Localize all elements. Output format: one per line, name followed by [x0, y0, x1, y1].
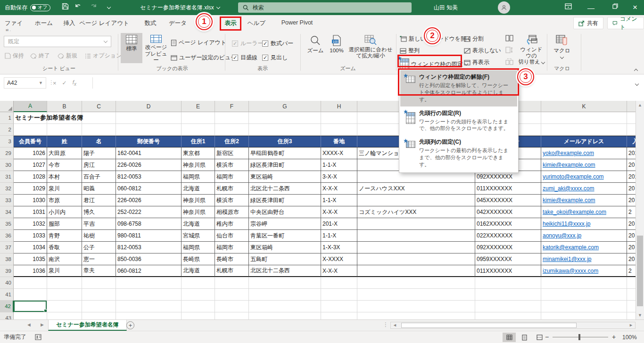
- cell[interactable]: [357, 242, 475, 253]
- row-header-34[interactable]: 34: [0, 206, 14, 218]
- cell[interactable]: 札幌市: [215, 183, 249, 195]
- zoom-level[interactable]: 100%: [622, 334, 637, 341]
- cell[interactable]: 祐樹: [82, 230, 116, 242]
- insert-function-icon[interactable]: fx: [73, 79, 76, 87]
- cell[interactable]: 東京都: [182, 147, 215, 159]
- cell[interactable]: 北区北十二条西: [249, 183, 321, 195]
- cell[interactable]: 060-0812: [116, 265, 182, 277]
- zoom-out-button[interactable]: −: [545, 333, 549, 341]
- cell[interactable]: [321, 301, 357, 312]
- row-header-42[interactable]: 42: [0, 301, 14, 312]
- scroll-up-arrow[interactable]: ▲: [636, 103, 644, 107]
- table-header-cell[interactable]: 住所2: [215, 136, 249, 147]
- cell[interactable]: ノースハウスXXX: [357, 183, 475, 195]
- cell[interactable]: X-X-X: [321, 206, 357, 218]
- table-header-cell[interactable]: 郵便番号: [116, 136, 182, 147]
- email-link[interactable]: kimie@example.com: [541, 195, 627, 206]
- cell[interactable]: [47, 301, 82, 312]
- cell[interactable]: 小川内: [47, 206, 82, 218]
- workbook-filename[interactable]: セミナー参加希望者名簿.xlsx: [140, 0, 220, 15]
- selected-cell-A42[interactable]: [14, 301, 47, 312]
- cell[interactable]: 201: [627, 147, 636, 159]
- table-header-cell[interactable]: 番地: [321, 136, 357, 147]
- cell[interactable]: 泉川: [47, 265, 82, 277]
- cell[interactable]: XXXX-X: [321, 147, 357, 159]
- user-name[interactable]: 山田 知美: [434, 0, 458, 15]
- cell[interactable]: 房江: [82, 159, 116, 171]
- cell[interactable]: [182, 124, 215, 136]
- cell[interactable]: 長崎市: [215, 253, 249, 265]
- cell[interactable]: [116, 312, 182, 319]
- cell[interactable]: [357, 218, 475, 230]
- cell[interactable]: 陽子: [82, 147, 116, 159]
- table-header-cell[interactable]: メールアドレス: [541, 136, 627, 147]
- row-header-38[interactable]: 38: [0, 253, 14, 265]
- cell[interactable]: 1-1-X: [321, 195, 357, 206]
- spreadsheet-grid[interactable]: ABCDEFGHIJKL 1セミナー参加希望者名簿23会員番号姓名郵便番号住所1…: [0, 101, 636, 319]
- cell[interactable]: コズミックハイツXXX: [357, 206, 475, 218]
- cell[interactable]: [82, 124, 116, 136]
- macros-button[interactable]: マクロ: [551, 33, 573, 66]
- cell[interactable]: 1036: [14, 265, 47, 277]
- tab-scrollbar-divider[interactable]: ⋮: [383, 321, 388, 328]
- comments-button[interactable]: コメント: [607, 17, 644, 29]
- view-side-by-side-icon[interactable]: [505, 35, 513, 41]
- cell[interactable]: 百合子: [82, 171, 116, 183]
- headings-checkbox[interactable]: ✓見出し: [262, 54, 288, 62]
- cell[interactable]: 早稲田鶴巻町: [249, 147, 321, 159]
- select-all-corner[interactable]: [0, 101, 14, 112]
- cell[interactable]: 812-0053: [116, 171, 182, 183]
- cell[interactable]: [475, 289, 541, 301]
- cell[interactable]: 仙台市: [215, 230, 249, 242]
- row-header-36[interactable]: 36: [0, 230, 14, 242]
- cell[interactable]: 横浜市: [215, 195, 249, 206]
- name-box[interactable]: A42▼: [4, 77, 46, 89]
- table-header-cell[interactable]: 会員番号: [14, 136, 47, 147]
- sheet-nav-right-arrow[interactable]: ►: [40, 322, 45, 327]
- cell[interactable]: [627, 312, 636, 319]
- cell[interactable]: 新宿区: [215, 147, 249, 159]
- normal-view-button[interactable]: 標準: [121, 33, 142, 63]
- page-break-statusbar-button[interactable]: [533, 333, 546, 342]
- cell[interactable]: 東区箱崎: [249, 171, 321, 183]
- cell[interactable]: 北海道: [182, 183, 215, 195]
- cell[interactable]: [215, 124, 249, 136]
- cell[interactable]: 恵一: [82, 253, 116, 265]
- arrange-all-button[interactable]: 整列: [400, 47, 420, 55]
- cell[interactable]: [249, 301, 321, 312]
- cell[interactable]: 横浜市: [215, 159, 249, 171]
- cell[interactable]: 1035: [14, 253, 47, 265]
- tab-review[interactable]: 校閲: [193, 15, 215, 31]
- cell[interactable]: [182, 112, 215, 124]
- cell[interactable]: 1-1-X: [321, 230, 357, 242]
- cell[interactable]: [215, 312, 249, 319]
- cell[interactable]: [627, 277, 636, 289]
- cell[interactable]: 市原: [47, 195, 82, 206]
- cell[interactable]: 850-0036: [116, 253, 182, 265]
- cell[interactable]: 札幌市: [215, 265, 249, 277]
- vertical-scrollbar-thumb[interactable]: [637, 236, 643, 306]
- cell[interactable]: 098-6758: [116, 218, 182, 230]
- column-header-H[interactable]: H: [321, 101, 357, 112]
- cell[interactable]: [249, 124, 321, 136]
- cell[interactable]: 宮城県: [182, 230, 215, 242]
- cell[interactable]: 1028: [14, 171, 47, 183]
- cell[interactable]: 3-X-X: [321, 171, 357, 183]
- cell[interactable]: [321, 312, 357, 319]
- cell[interactable]: 2: [627, 265, 636, 277]
- menu-item-freeze-top-row[interactable]: 先頭行の固定(R)ワークシートの先頭行を表示したままで、他の部分をスクロールでき…: [400, 106, 517, 136]
- zoom-to-selection-button[interactable]: 選択範囲に合わせて拡大/縮小: [347, 33, 394, 63]
- cell[interactable]: [215, 277, 249, 289]
- tab-power-pivot[interactable]: Power Pivot: [274, 15, 320, 31]
- vertical-scrollbar[interactable]: ▲ ▼: [636, 101, 644, 319]
- cell[interactable]: 1-X-3X: [321, 242, 357, 253]
- cell[interactable]: [321, 112, 357, 124]
- formula-bar-checkbox-box[interactable]: ✓: [262, 41, 268, 47]
- formula-bar-checkbox[interactable]: ✓数式バー: [262, 40, 293, 48]
- cell[interactable]: [14, 289, 47, 301]
- cell[interactable]: [116, 277, 182, 289]
- row-header-40[interactable]: 40: [0, 277, 14, 289]
- zoom-button[interactable]: ズーム: [305, 33, 326, 63]
- cell[interactable]: [357, 230, 475, 242]
- cell[interactable]: 昭義: [82, 183, 116, 195]
